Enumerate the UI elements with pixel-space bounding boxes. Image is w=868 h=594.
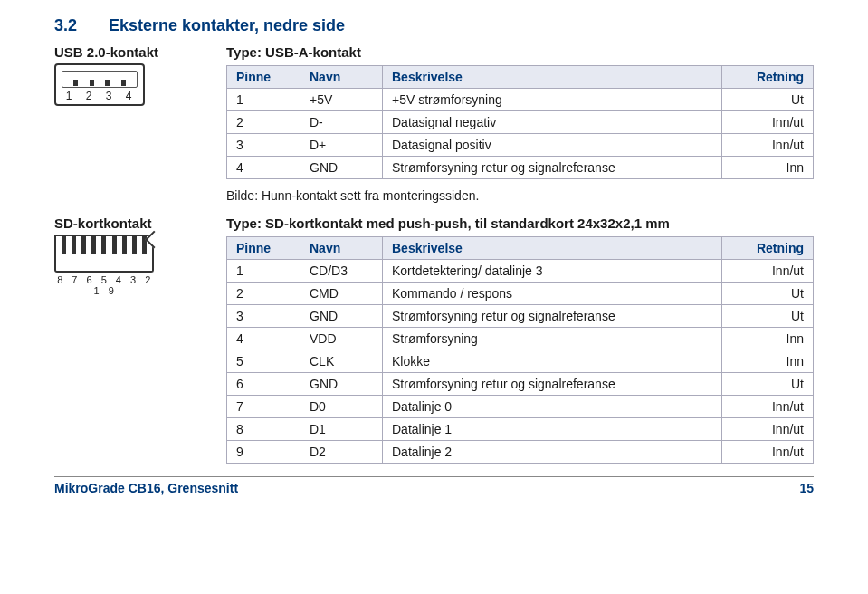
- th-pinne: Pinne: [227, 237, 300, 260]
- th-besk: Beskrivelse: [383, 237, 722, 260]
- usb-caption: Bilde: Hunn-kontakt sett fra monteringss…: [226, 188, 814, 203]
- sd-pin-icon: [91, 236, 96, 254]
- page-footer: MikroGrade CB16, Grensesnitt 15: [0, 477, 868, 495]
- cell-pinne: 3: [227, 305, 300, 328]
- footer-page-number: 15: [799, 481, 814, 495]
- cell-pinne: 5: [227, 350, 300, 373]
- sd-block: SD-kortkontakt 8 7 6 5 4 3 2 1 9 Type: S…: [54, 216, 814, 464]
- usb-pin-icon: [105, 80, 110, 86]
- sd-pin-icon: [81, 236, 86, 254]
- table-header-row: Pinne Navn Beskrivelse Retning: [227, 237, 814, 260]
- table-row: 7D0Datalinje 0Inn/ut: [227, 396, 814, 418]
- cell-besk: Datalinje 1: [383, 418, 722, 441]
- cell-ret: Inn: [722, 328, 814, 350]
- cell-navn: GND: [300, 157, 383, 179]
- sd-connector-diagram: 8 7 6 5 4 3 2 1 9: [54, 236, 154, 296]
- cell-besk: Datalinje 0: [383, 396, 722, 418]
- th-ret: Retning: [722, 237, 814, 260]
- sd-pin-icon: [72, 236, 76, 254]
- sd-pin-table: Pinne Navn Beskrivelse Retning 1CD/D3Kor…: [226, 236, 814, 464]
- table-row: 4VDDStrømforsyningInn: [227, 328, 814, 350]
- cell-ret: Inn: [722, 157, 814, 179]
- sd-label: SD-kortkontakt: [54, 216, 190, 231]
- cell-pinne: 7: [227, 396, 300, 418]
- cell-navn: CMD: [300, 283, 383, 305]
- usb-connector-shell: [62, 71, 138, 88]
- table-row: 9D2Datalinje 2Inn/ut: [227, 441, 814, 464]
- sd-pin-icon: [62, 236, 66, 254]
- cell-besk: Strømforsyning: [383, 328, 722, 350]
- th-navn: Navn: [300, 66, 383, 89]
- table-row: 8D1Datalinje 1Inn/ut: [227, 418, 814, 441]
- cell-besk: Klokke: [383, 350, 722, 373]
- table-header-row: Pinne Navn Beskrivelse Retning: [227, 66, 814, 89]
- cell-pinne: 4: [227, 157, 300, 179]
- th-ret: Retning: [722, 66, 814, 89]
- section-heading: 3.2Eksterne kontakter, nedre side: [54, 16, 814, 35]
- cell-ret: Inn/ut: [722, 418, 814, 441]
- sd-connector-shell: [54, 236, 154, 273]
- section-title: Eksterne kontakter, nedre side: [109, 16, 345, 34]
- cell-pinne: 2: [227, 283, 300, 305]
- usb-pin-icon: [121, 80, 126, 86]
- cell-besk: Datasignal negativ: [383, 111, 722, 134]
- th-pinne: Pinne: [227, 66, 300, 89]
- cell-ret: Inn/ut: [722, 134, 814, 157]
- sd-pin-icon: [122, 236, 127, 254]
- cell-ret: Ut: [722, 305, 814, 328]
- cell-ret: Inn/ut: [722, 441, 814, 464]
- table-row: 1CD/D3Kortdetektering/ datalinje 3Inn/ut: [227, 260, 814, 283]
- cell-pinne: 4: [227, 328, 300, 350]
- cell-navn: D+: [300, 134, 383, 157]
- sd-pin-icon: [142, 236, 147, 254]
- table-row: 3GNDStrømforsyning retur og signalrefera…: [227, 305, 814, 328]
- cell-ret: Inn/ut: [722, 396, 814, 418]
- cell-besk: Kommando / respons: [383, 283, 722, 305]
- cell-ret: Ut: [722, 89, 814, 111]
- table-row: 2D-Datasignal negativInn/ut: [227, 111, 814, 134]
- th-navn: Navn: [300, 237, 383, 260]
- table-row: 6GNDStrømforsyning retur og signalrefera…: [227, 373, 814, 396]
- usb-pin-numbers: 1 2 3 4: [62, 90, 138, 102]
- cell-besk: +5V strømforsyning: [383, 89, 722, 111]
- usb-label: USB 2.0-kontakt: [54, 44, 190, 60]
- sd-pin-icon: [112, 236, 117, 254]
- th-besk: Beskrivelse: [383, 66, 722, 89]
- table-row: 1+5V+5V strømforsyningUt: [227, 89, 814, 111]
- cell-navn: +5V: [300, 89, 383, 111]
- cell-navn: CLK: [300, 350, 383, 373]
- usb-block: USB 2.0-kontakt 1 2 3 4 Type: USB-A-kont…: [54, 44, 814, 206]
- cell-besk: Strømforsyning retur og signalreferanse: [383, 373, 722, 396]
- cell-navn: GND: [300, 373, 383, 396]
- usb-connector-diagram: 1 2 3 4: [54, 63, 145, 106]
- table-row: 2CMDKommando / responsUt: [227, 283, 814, 305]
- cell-pinne: 1: [227, 260, 300, 283]
- usb-type-line: Type: USB-A-kontakt: [226, 44, 814, 60]
- sd-pin-numbers: 8 7 6 5 4 3 2 1 9: [54, 274, 154, 296]
- cell-besk: Datasignal positiv: [383, 134, 722, 157]
- cell-ret: Ut: [722, 283, 814, 305]
- usb-pin-icon: [73, 80, 78, 86]
- table-row: 4GNDStrømforsyning retur og signalrefera…: [227, 157, 814, 179]
- cell-pinne: 9: [227, 441, 300, 464]
- cell-navn: D1: [300, 418, 383, 441]
- cell-navn: D0: [300, 396, 383, 418]
- cell-navn: D-: [300, 111, 383, 134]
- cell-pinne: 6: [227, 373, 300, 396]
- cell-pinne: 1: [227, 89, 300, 111]
- usb-pin-icon: [90, 80, 94, 86]
- table-row: 3D+Datasignal positivInn/ut: [227, 134, 814, 157]
- footer-doc-title: MikroGrade CB16, Grensesnitt: [54, 481, 238, 495]
- cell-ret: Inn/ut: [722, 111, 814, 134]
- sd-type-line: Type: SD-kortkontakt med push-push, til …: [226, 216, 814, 231]
- cell-navn: VDD: [300, 328, 383, 350]
- cell-besk: Strømforsyning retur og signalreferanse: [383, 305, 722, 328]
- section-number: 3.2: [54, 16, 109, 35]
- cell-pinne: 3: [227, 134, 300, 157]
- cell-ret: Ut: [722, 373, 814, 396]
- cell-navn: CD/D3: [300, 260, 383, 283]
- cell-pinne: 8: [227, 418, 300, 441]
- cell-besk: Strømforsyning retur og signalreferanse: [383, 157, 722, 179]
- cell-navn: D2: [300, 441, 383, 464]
- cell-ret: Inn: [722, 350, 814, 373]
